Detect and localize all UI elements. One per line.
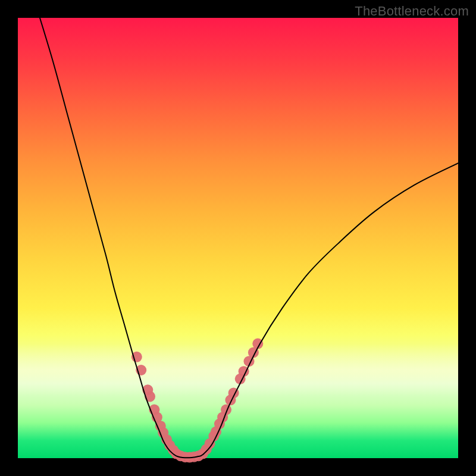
data-dot	[145, 391, 155, 402]
watermark-text: TheBottleneck.com	[355, 4, 469, 19]
chart-frame: TheBottleneck.com	[0, 0, 476, 476]
plot-area	[18, 18, 458, 458]
bottleneck-curve	[40, 18, 458, 458]
dot-clusters	[131, 339, 263, 463]
chart-svg	[18, 18, 458, 458]
curve-lines	[40, 18, 458, 458]
